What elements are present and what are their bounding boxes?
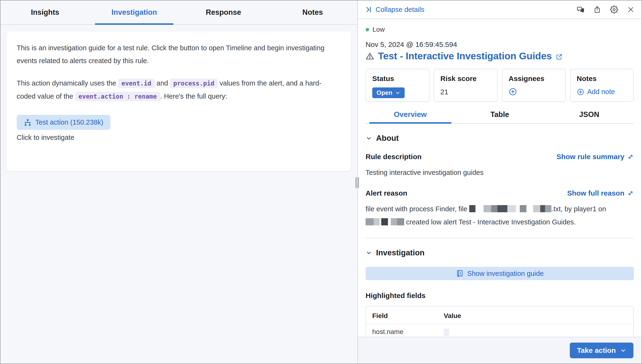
tab-json[interactable]: JSON: [544, 110, 634, 123]
column-header-value: Value: [437, 306, 633, 324]
arrow-right-to-line-icon: [365, 6, 372, 13]
gear-icon[interactable]: [610, 6, 618, 14]
code-chip-process-pid: process.pid: [170, 78, 218, 88]
guide-text: and: [155, 79, 170, 87]
alert-reason-row: Alert reason Show full reason: [366, 189, 634, 197]
flyout-tab-bar: Overview Table JSON: [366, 110, 634, 124]
rule-description-text: Testing interactive investigation guides: [366, 166, 634, 179]
field-name: host.name: [366, 324, 437, 337]
add-note-button[interactable]: Add note: [577, 88, 615, 96]
collapse-details-button[interactable]: Collapse details: [365, 6, 424, 14]
severity-label: Low: [372, 26, 385, 33]
show-rule-summary-label: Show rule summary: [556, 153, 624, 161]
highlighted-fields-title: Highlighted fields: [366, 292, 634, 300]
add-assignee-button[interactable]: [508, 88, 517, 96]
tab-investigation[interactable]: Investigation: [90, 0, 179, 24]
redacted-value: [444, 329, 449, 336]
tab-notes[interactable]: Notes: [268, 0, 357, 24]
guide-text: This action dynamically uses the: [17, 79, 118, 87]
take-action-label: Take action: [577, 346, 616, 354]
guide-paragraph-1: This is an investigation guide for a tes…: [17, 42, 340, 67]
flyout-header-actions: [577, 6, 634, 14]
resize-handle-icon[interactable]: [356, 177, 359, 188]
tab-response[interactable]: Response: [179, 0, 268, 24]
rule-preview-panel: Insights Investigation Response Notes Th…: [1, 0, 357, 364]
reason-text: created low alert Test - Interactive Inv…: [404, 218, 576, 226]
guide-text: . Here's the full query:: [160, 92, 227, 100]
alert-timestamp: Nov 5, 2024 @ 16:59:45.594: [366, 40, 634, 48]
assignees-label: Assignees: [508, 74, 559, 83]
take-action-button[interactable]: Take action: [570, 342, 633, 358]
expand-icon: [627, 154, 634, 160]
test-action-button-label: Test action (150.238k): [35, 118, 103, 126]
close-icon[interactable]: [627, 6, 634, 13]
alert-details-flyout: Collapse details: [358, 0, 641, 364]
status-card: Status Open: [366, 69, 429, 102]
investigation-section-toggle[interactable]: Investigation: [366, 248, 634, 257]
rule-description-label: Rule description: [366, 153, 422, 161]
code-chip-event-action: event.action : rename: [75, 92, 160, 101]
show-full-reason-label: Show full reason: [567, 189, 624, 197]
highlighted-fields-table: Field Value host.name agent.status Healt…: [366, 306, 633, 337]
reason-text: file event with process Finder, file: [366, 205, 469, 213]
redacted-file-name: [469, 205, 551, 212]
open-in-new-icon[interactable]: [556, 54, 562, 60]
show-full-reason-link[interactable]: Show full reason: [567, 189, 634, 197]
risk-score-value: 21: [440, 88, 491, 96]
collapse-details-label: Collapse details: [376, 6, 424, 14]
notes-card: Notes Add note: [570, 69, 634, 102]
flyout-body: Low Nov 5, 2024 @ 16:59:45.594 Test - In…: [358, 19, 641, 337]
add-note-label: Add note: [587, 88, 615, 96]
plus-circle-icon: [577, 88, 584, 96]
alert-reason-text: file event with process Finder, file .tx…: [366, 202, 634, 229]
investigation-guide-card: This is an investigation guide for a tes…: [6, 32, 351, 171]
alert-details-window: Insights Investigation Response Notes Th…: [0, 0, 642, 364]
chevron-down-icon: [366, 135, 372, 142]
notes-label: Notes: [577, 74, 627, 83]
share-export-icon[interactable]: [593, 6, 601, 13]
left-tab-bar: Insights Investigation Response Notes: [1, 0, 357, 25]
alert-reason-label: Alert reason: [366, 189, 407, 197]
severity-dot-icon: [366, 28, 369, 32]
tab-table[interactable]: Table: [455, 110, 544, 123]
about-section-title: About: [376, 134, 399, 143]
chevron-down-icon: [395, 90, 400, 96]
chevron-down-icon: [620, 347, 626, 354]
expand-icon: [627, 190, 634, 196]
alert-title-row: Test - Interactive Investigation Guides: [366, 50, 634, 62]
status-dropdown-button[interactable]: Open: [372, 88, 405, 98]
tab-insights[interactable]: Insights: [1, 0, 90, 24]
alert-rule-title-link[interactable]: Test - Interactive Investigation Guides: [378, 50, 552, 62]
workflow-nodes-icon: [24, 119, 32, 126]
reason-text: .txt, by player1 on: [551, 205, 606, 213]
rule-description-row: Rule description Show rule summary: [366, 153, 634, 161]
flyout-footer: Take action: [358, 337, 641, 364]
warning-triangle-icon: [366, 52, 374, 60]
book-info-icon: [456, 270, 463, 277]
test-action-button[interactable]: Test action (150.238k): [17, 115, 110, 130]
show-investigation-guide-button[interactable]: Show investigation guide: [366, 267, 634, 280]
assignees-card: Assignees: [502, 69, 566, 102]
section-divider: [366, 238, 634, 238]
tab-overview[interactable]: Overview: [366, 110, 455, 123]
comments-icon[interactable]: [577, 6, 584, 13]
column-header-field: Field: [366, 306, 437, 324]
redacted-host-name: [366, 218, 404, 225]
severity-row: Low: [366, 26, 634, 33]
code-chip-event-id: event.id: [118, 78, 155, 88]
flyout-header: Collapse details: [358, 0, 641, 19]
investigation-section-title: Investigation: [376, 248, 425, 257]
status-card-label: Status: [372, 74, 423, 83]
about-section-toggle[interactable]: About: [366, 134, 634, 143]
table-row-host-name[interactable]: host.name: [366, 324, 633, 337]
show-rule-summary-link[interactable]: Show rule summary: [556, 153, 634, 161]
status-value: Open: [377, 89, 392, 96]
risk-score-label: Risk score: [440, 74, 491, 83]
guide-paragraph-2: This action dynamically uses the event.i…: [17, 77, 340, 103]
panel-resize-divider[interactable]: [357, 0, 358, 364]
risk-score-card: Risk score 21: [434, 69, 498, 102]
click-to-investigate-caption: Click to investigate: [17, 134, 340, 142]
alert-summary-cards: Status Open Risk score 21 Assignees: [366, 69, 634, 102]
plus-circle-icon: [508, 88, 517, 96]
highlighted-fields-card: Field Value host.name agent.status Healt…: [366, 306, 634, 337]
